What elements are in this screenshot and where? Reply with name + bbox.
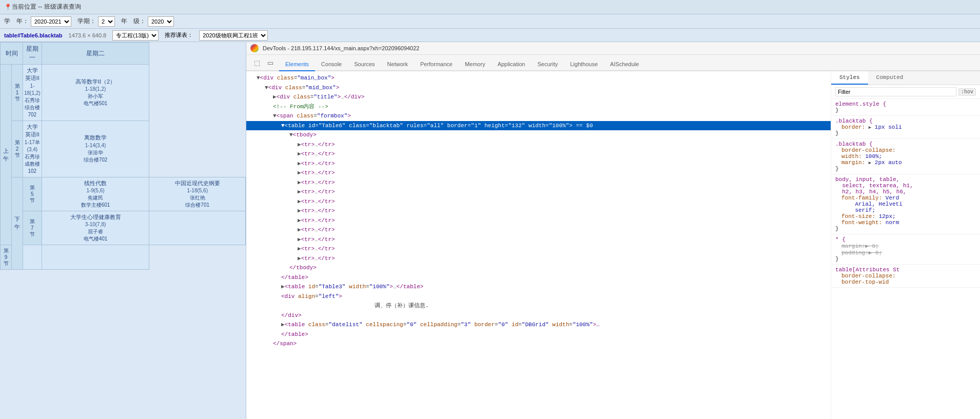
dom-line[interactable]: ▶<table class="datelist" cellspacing="0"… — [246, 320, 831, 330]
dom-line[interactable]: ▶<tr>…</tr> — [246, 206, 831, 216]
grade-label: 年 级： — [121, 17, 146, 26]
period-5-label: 第5节 — [23, 177, 42, 211]
styles-filter-input[interactable] — [835, 87, 956, 96]
dom-line[interactable]: ▶<tr>…</tr> — [246, 159, 831, 169]
devtools-url: DevTools - 218.195.117.144/xs_main.aspx?… — [263, 45, 419, 51]
year-group: 学 年： 2020-2021 — [4, 16, 71, 27]
cursor-icon[interactable]: ⬚ — [252, 58, 262, 67]
dom-line-selected[interactable]: ▼<table id="Table6" class="blacktab" rul… — [246, 121, 831, 131]
dom-line[interactable]: ▶<tr>…</tr> — [246, 168, 831, 178]
dom-line[interactable]: ▶<tr>…</tr> — [246, 187, 831, 197]
devtools-tabs: ⬚ ▭ Elements Console Sources Network Per… — [246, 55, 980, 71]
afternoon-section: 下午 — [12, 177, 23, 270]
recommended-label: 推荐课表： — [165, 31, 193, 39]
morning-section: 上午 — [1, 65, 12, 245]
tab-sources[interactable]: Sources — [348, 58, 381, 71]
dom-line[interactable]: ▼<div class="mid_box"> — [246, 83, 831, 93]
dom-line[interactable]: ▼<tbody> — [246, 130, 831, 140]
tuesday-header: 星期二 — [42, 43, 149, 65]
dom-line[interactable]: ▶<tr>…</tr> — [246, 140, 831, 150]
top-bar: 📍 当前位置 -- 班级课表查询 — [0, 0, 980, 14]
dom-line[interactable]: <!-- From内容 --> — [246, 102, 831, 112]
grade-select[interactable]: 2020 — [148, 16, 174, 27]
period-7-label: 第7节 — [23, 211, 42, 245]
top-bar-label: 当前位置 -- 班级课表查询 — [12, 3, 81, 11]
dom-line[interactable]: ▼<div class="main_box"> — [246, 73, 831, 83]
filter-row: :hov — [831, 85, 980, 99]
class-cell: 大学英语II 1-18(1,2) 石秀珍 综合楼702 — [23, 65, 42, 121]
controls-row: 学 年： 2020-2021 学期： 2 年 级： 2020 — [0, 14, 980, 29]
style-rule: .blacktab { border: ▶ 1px soli } — [831, 116, 980, 139]
device-icon[interactable]: ▭ — [266, 58, 275, 67]
devtools-body: ▼<div class="main_box"> ▼<div class="mid… — [246, 71, 980, 419]
tab-performance[interactable]: Performance — [414, 58, 459, 71]
dom-line[interactable]: ▼<span class="formbox"> — [246, 111, 831, 121]
style-rule: .blacktab { border-collapse: width: 100%… — [831, 139, 980, 174]
dom-line[interactable]: </div> — [246, 311, 831, 321]
dom-line[interactable]: ▶<tr>…</tr> — [246, 235, 831, 245]
dom-line[interactable]: </table> — [246, 273, 831, 283]
major-select[interactable]: 专工程(13版) — [112, 30, 159, 41]
devtools-panel: DevTools - 218.195.117.144/xs_main.aspx?… — [246, 42, 980, 419]
dom-line[interactable]: ▶<tr>…</tr> — [246, 216, 831, 226]
recommended-select[interactable]: 2020级物联网工程1班 — [199, 30, 268, 41]
class-cell: 线性代数 1-9(5,6) 焦建民 数学主楼601 — [42, 177, 149, 211]
empty-cell — [42, 245, 149, 270]
time-header: 时间 — [1, 43, 23, 65]
style-rule: element.style { } — [831, 99, 980, 116]
grade-group: 年 级： 2020 — [121, 16, 174, 27]
tab-network[interactable]: Network — [381, 58, 414, 71]
main-layout: 时间 星期一 星期二 上午 第1节 大学英语II 1-18(1,2) 石秀珍 综… — [0, 42, 980, 419]
period-1-label: 第1节 — [12, 65, 23, 121]
schedule-panel: 时间 星期一 星期二 上午 第1节 大学英语II 1-18(1,2) 石秀珍 综… — [0, 42, 246, 419]
dom-line[interactable]: ▶<tr>…</tr> — [246, 149, 831, 159]
tab-security[interactable]: Security — [531, 58, 564, 71]
style-rule: * { margin:▶ 0; padding:▶ 0; } — [831, 234, 980, 265]
semester-group: 学期： 2 — [77, 16, 115, 27]
class-cell: 大学英语II 1-17单(3,4) 石秀珍 成教楼102 — [23, 121, 42, 177]
dom-line[interactable]: <div align="left"> — [246, 292, 831, 302]
dom-panel[interactable]: ▼<div class="main_box"> ▼<div class="mid… — [246, 71, 831, 419]
element-info-row: table#Table6.blacktab 1473.6 × 640.8 专工程… — [0, 29, 980, 42]
devtools-tool-icons: ⬚ ▭ — [250, 55, 277, 70]
dom-line[interactable]: ▶<div class="title">…</div> — [246, 92, 831, 102]
dom-line[interactable]: ▶<tr>…</tr> — [246, 225, 831, 235]
schedule-table: 时间 星期一 星期二 上午 第1节 大学英语II 1-18(1,2) 石秀珍 综… — [0, 42, 246, 270]
dom-line[interactable]: </table> — [246, 330, 831, 340]
dom-line[interactable]: ▶<tr>…</tr> — [246, 244, 831, 254]
styles-tab-computed[interactable]: Computed — [868, 71, 912, 85]
element-tag: table#Table6.blacktab — [4, 32, 63, 38]
styles-tab-styles[interactable]: Styles — [831, 71, 868, 85]
dom-line[interactable]: ▶<table id="Table3" width="100%">…</tabl… — [246, 282, 831, 292]
filter-tag: :hov — [958, 88, 976, 96]
year-select[interactable]: 2020-2021 — [31, 16, 71, 27]
dom-text-content: 调、停（补）课信息. — [246, 301, 831, 311]
styles-tabs: Styles Computed — [831, 71, 980, 85]
tab-aischedule[interactable]: AISchedule — [604, 58, 645, 71]
location-icon: 📍 — [4, 4, 12, 11]
dom-line[interactable]: </span> — [246, 339, 831, 349]
class-cell: 大学生心理健康教育 3-10(7,8) 屈子睿 电气楼401 — [42, 211, 149, 245]
semester-label: 学期： — [77, 17, 96, 26]
tab-memory[interactable]: Memory — [459, 58, 492, 71]
tab-lighthouse[interactable]: Lighthouse — [564, 58, 604, 71]
tab-elements[interactable]: Elements — [279, 58, 315, 71]
empty-cell — [23, 245, 42, 270]
period-2-label: 第2节 — [12, 121, 23, 177]
dom-line[interactable]: ▶<tr>…</tr> — [246, 178, 831, 188]
semester-select[interactable]: 2 — [98, 16, 115, 27]
monday-header: 星期一 — [23, 43, 42, 65]
styles-panel: Styles Computed :hov element.style { } .… — [831, 71, 980, 419]
tab-application[interactable]: Application — [492, 58, 532, 71]
dom-line[interactable]: ▶<tr>…</tr> — [246, 197, 831, 207]
style-rule: body, input, table, select, textarea, h1… — [831, 174, 980, 234]
chrome-icon — [250, 44, 259, 52]
class-cell: 高等数学II（2） 1-18(1,2) 孙小军 电气楼501 — [42, 65, 149, 121]
class-cell: 离散数学 1-14(3,4) 张浴华 综合楼702 — [42, 121, 149, 177]
dom-line[interactable]: ▶<tr>…</tr> — [246, 254, 831, 264]
period-9-label: 第9节 — [1, 245, 12, 270]
tab-console[interactable]: Console — [315, 58, 348, 71]
dom-line[interactable]: </tbody> — [246, 263, 831, 273]
empty-cell — [149, 211, 246, 245]
devtools-header: DevTools - 218.195.117.144/xs_main.aspx?… — [246, 42, 980, 55]
